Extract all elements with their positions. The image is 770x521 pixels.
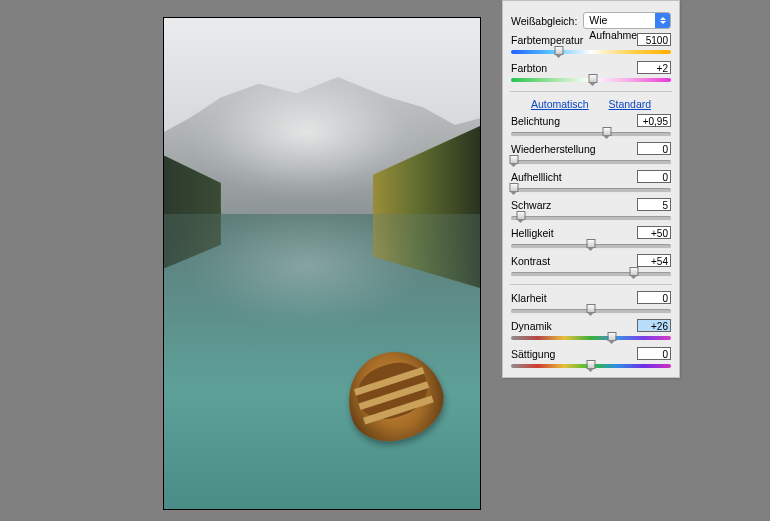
tint-slider[interactable] xyxy=(511,76,671,85)
saturation-row: Sättigung 0 xyxy=(511,347,671,371)
brightness-row: Helligkeit +50 xyxy=(511,226,671,250)
black-value[interactable]: 5 xyxy=(637,198,671,211)
temperature-value[interactable]: 5100 xyxy=(637,33,671,46)
vibrance-value[interactable]: +26 xyxy=(637,319,671,332)
tint-label: Farbton xyxy=(511,62,637,74)
contrast-label: Kontrast xyxy=(511,255,637,267)
black-row: Schwarz 5 xyxy=(511,198,671,222)
slider-thumb[interactable] xyxy=(588,74,597,86)
brightness-slider[interactable] xyxy=(511,241,671,250)
recovery-row: Wiederherstellung 0 xyxy=(511,142,671,166)
brightness-label: Helligkeit xyxy=(511,227,637,239)
recovery-slider[interactable] xyxy=(511,157,671,166)
slider-thumb[interactable] xyxy=(510,183,519,195)
whitebalance-dropdown[interactable]: Wie Aufnahme xyxy=(583,12,671,29)
filllight-slider[interactable] xyxy=(511,185,671,194)
exposure-label: Belichtung xyxy=(511,115,637,127)
recovery-label: Wiederherstellung xyxy=(511,143,637,155)
contrast-value[interactable]: +54 xyxy=(637,254,671,267)
basic-adjustments-panel: Weißabgleich: Wie Aufnahme Farbtemperatu… xyxy=(502,0,680,378)
clarity-slider[interactable] xyxy=(511,306,671,315)
standard-link[interactable]: Standard xyxy=(609,98,652,110)
whitebalance-label: Weißabgleich: xyxy=(511,15,577,27)
slider-thumb[interactable] xyxy=(603,127,612,139)
dropdown-arrows-icon xyxy=(655,13,670,28)
slider-thumb[interactable] xyxy=(587,239,596,251)
saturation-value[interactable]: 0 xyxy=(637,347,671,360)
black-slider[interactable] xyxy=(511,213,671,222)
tint-value[interactable]: +2 xyxy=(637,61,671,74)
exposure-row: Belichtung +0,95 xyxy=(511,114,671,138)
exposure-slider[interactable] xyxy=(511,129,671,138)
saturation-label: Sättigung xyxy=(511,348,637,360)
slider-thumb[interactable] xyxy=(587,304,596,316)
filllight-value[interactable]: 0 xyxy=(637,170,671,183)
slider-thumb[interactable] xyxy=(555,46,564,58)
vibrance-slider[interactable] xyxy=(511,334,671,343)
filllight-label: Aufhelllicht xyxy=(511,171,637,183)
image-preview[interactable] xyxy=(163,17,481,510)
vibrance-row: Dynamik +26 xyxy=(511,319,671,343)
saturation-slider[interactable] xyxy=(511,362,671,371)
clarity-label: Klarheit xyxy=(511,292,637,304)
contrast-row: Kontrast +54 xyxy=(511,254,671,278)
tint-row: Farbton +2 xyxy=(511,61,671,85)
black-label: Schwarz xyxy=(511,199,637,211)
recovery-value[interactable]: 0 xyxy=(637,142,671,155)
slider-thumb[interactable] xyxy=(516,211,525,223)
clarity-row: Klarheit 0 xyxy=(511,291,671,315)
filllight-row: Aufhelllicht 0 xyxy=(511,170,671,194)
slider-thumb[interactable] xyxy=(607,332,616,344)
temperature-label: Farbtemperatur xyxy=(511,34,637,46)
slider-thumb[interactable] xyxy=(587,360,596,372)
contrast-slider[interactable] xyxy=(511,269,671,278)
slider-thumb[interactable] xyxy=(630,267,639,279)
vibrance-label: Dynamik xyxy=(511,320,637,332)
exposure-value[interactable]: +0,95 xyxy=(637,114,671,127)
slider-thumb[interactable] xyxy=(510,155,519,167)
temperature-slider[interactable] xyxy=(511,48,671,57)
brightness-value[interactable]: +50 xyxy=(637,226,671,239)
auto-link[interactable]: Automatisch xyxy=(531,98,589,110)
temperature-row: Farbtemperatur 5100 xyxy=(511,33,671,57)
clarity-value[interactable]: 0 xyxy=(637,291,671,304)
